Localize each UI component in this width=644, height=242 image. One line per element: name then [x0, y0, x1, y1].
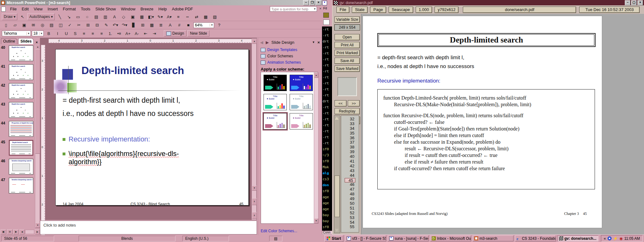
slide-canvas[interactable]: Depth-limited search = depth-first searc…	[55, 49, 249, 205]
page-number-item[interactable]: 48	[344, 192, 356, 197]
page-number-item[interactable]: 54	[344, 220, 356, 225]
slide-sorter-view-button[interactable]: ⊞	[7, 229, 13, 234]
gv-1000-button[interactable]: 1.000	[416, 7, 432, 13]
taskpane-link-design-templates[interactable]: Design Templates	[261, 47, 301, 53]
numbering-icon[interactable]: 1.	[106, 30, 114, 37]
scroll-up-icon[interactable]: ▲	[252, 39, 257, 44]
paste-icon[interactable]: ⊟	[93, 22, 101, 29]
edit-color-schemes-link[interactable]: Edit Color Schemes...	[261, 229, 297, 233]
taskpane-menu-icon[interactable]: ▼	[312, 41, 315, 44]
decrease-font-icon[interactable]: A-	[133, 30, 141, 37]
xterm-window[interactable]: -rt-rtdrt-rt-rt-rt-rt-rt-rt-rt-rt-rtdrt-…	[322, 26, 332, 231]
new-slide-button[interactable]: New Slide	[187, 30, 209, 37]
clip-art-icon[interactable]: ▣	[129, 13, 137, 20]
scroll-up-icon[interactable]: ▲	[35, 44, 40, 49]
taskpane-link-color-schemes[interactable]: Color Schemes	[261, 53, 301, 59]
document-close-icon[interactable]: ×	[319, 7, 321, 10]
taskbar-button[interactable]: Inbox - Microsoft Out...	[430, 235, 471, 241]
help-icon[interactable]: ?	[215, 22, 223, 29]
taskpane-close-icon[interactable]: ×	[317, 40, 320, 45]
oval-icon[interactable]: ○	[83, 13, 91, 20]
tray-magnifier-icon[interactable]: ◉	[619, 236, 623, 241]
slide-thumbnail[interactable]: Iterative deepening search	[9, 159, 33, 175]
bullet-item-1[interactable]: Recursive implementation:	[63, 135, 150, 143]
scroll-up-icon[interactable]	[335, 117, 339, 120]
diagram-icon[interactable]: ◇	[119, 13, 128, 20]
help-search-input[interactable]: Type a question for help ▼	[270, 6, 317, 12]
threed-style-icon[interactable]: ▧	[211, 13, 219, 20]
slide-body-text[interactable]: = depth-first search with depth limit l,…	[63, 94, 194, 120]
pdf-page[interactable]: Depth-limited search = depth-first searc…	[363, 16, 602, 228]
thumbnail-scrollbar[interactable]: ▲ ▼	[35, 44, 40, 228]
insert-table-icon[interactable]: ⊞	[139, 22, 147, 29]
hscroll-track[interactable]	[25, 230, 34, 234]
slide-thumbnail[interactable]: Depth-first search	[9, 83, 33, 99]
align-left-icon[interactable]: ≡	[80, 30, 88, 37]
increase-indent-icon[interactable]: ⇥	[150, 30, 158, 37]
page-number-item[interactable]: 53	[344, 216, 356, 220]
previous-slide-button[interactable]: ⇞	[252, 198, 257, 205]
fill-color-icon[interactable]: ◧▾	[147, 13, 155, 20]
menu-file[interactable]: File	[8, 6, 19, 12]
mail-icon[interactable]: ✉	[29, 22, 37, 29]
draw-menu-button[interactable]: Draw ▾	[2, 13, 17, 20]
menu-insert[interactable]: Insert	[45, 6, 60, 12]
minimize-button[interactable]: –	[303, 0, 309, 5]
open-button[interactable]: Open	[335, 34, 360, 40]
gv-seascape-button[interactable]: Seascape	[389, 7, 413, 13]
page-number-item[interactable]: 51	[344, 206, 356, 211]
color-bw-icon[interactable]: ■	[184, 22, 192, 29]
next-page-button[interactable]: >>	[348, 100, 360, 107]
page-number-item[interactable]: 52	[344, 211, 356, 216]
variable-size-button[interactable]: Variable Size	[335, 16, 360, 23]
slide-thumbnail[interactable]: Depth-first search	[9, 102, 33, 118]
page-number-item[interactable]: 34	[344, 126, 356, 131]
copy-icon[interactable]: ⊞	[84, 22, 92, 29]
save-icon[interactable]	[323, 13, 329, 18]
background-file-menu[interactable]: Fil	[323, 6, 327, 10]
restore-button[interactable]: ❐	[309, 0, 315, 5]
slide-thumbnail[interactable]: Depth-first search	[9, 45, 33, 61]
grid-icon[interactable]: #	[175, 22, 183, 29]
rectangle-icon[interactable]: ▭	[74, 13, 82, 20]
page-number-item[interactable]: 40	[344, 154, 356, 159]
print-all-button[interactable]: Print All	[335, 42, 360, 48]
font-size-combo[interactable]: 18▼	[32, 31, 44, 36]
gv-y792x612-button[interactable]: y792x612	[435, 7, 458, 13]
scroll-down-icon[interactable]: ▼	[252, 186, 257, 191]
color-scheme-option[interactable]: Title Bullet	[290, 113, 313, 130]
shadow-icon[interactable]: S	[71, 30, 79, 37]
page-number-item[interactable]: 41	[344, 159, 356, 164]
scroll-down-icon[interactable]: ▼	[314, 218, 318, 223]
align-right-icon[interactable]: ≡	[97, 30, 106, 37]
maximize-button[interactable]: ▢	[631, 0, 637, 5]
hscroll-left-icon[interactable]: ◀	[19, 229, 25, 234]
expand-all-icon[interactable]: ≣	[157, 22, 165, 29]
tables-borders-icon[interactable]: ▦	[148, 22, 156, 29]
insert-chart-icon[interactable]: ▊	[130, 22, 138, 29]
redo-icon[interactable]: ↷▾	[120, 22, 129, 29]
back-arrow-icon[interactable]: ◀	[260, 40, 263, 45]
print-preview-icon[interactable]: ◫	[57, 22, 65, 29]
print-icon[interactable]: ▤	[47, 22, 56, 29]
bullets-icon[interactable]: •≡	[115, 30, 123, 37]
page-number-item[interactable]: 33	[344, 122, 356, 126]
page-number-item[interactable]: 44	[344, 173, 356, 178]
color-scheme-option[interactable]: Title Bullet	[290, 75, 313, 91]
align-center-icon[interactable]: ≡	[89, 30, 97, 37]
format-painter-icon[interactable]: ✎	[102, 22, 110, 29]
undo-icon[interactable]: ↶▾	[111, 22, 119, 29]
minimize-button[interactable]: –	[625, 0, 630, 5]
bold-icon[interactable]: B	[45, 30, 53, 37]
dash-style-icon[interactable]: ┅	[183, 13, 192, 20]
color-scheme-option[interactable]: Title Bullet	[264, 94, 287, 110]
page-number-item[interactable]: 55	[344, 225, 356, 229]
page-number-item[interactable]: 45	[345, 178, 355, 183]
menu-breeze[interactable]: Breeze	[138, 6, 156, 12]
search-icon[interactable]: ◎	[38, 22, 47, 29]
taskbar-button[interactable]: m3-search	[473, 235, 514, 241]
text-box-icon[interactable]: ▤	[92, 13, 100, 20]
italic-icon[interactable]: I	[53, 30, 62, 37]
taskbar-button[interactable]: suna - [suna] - F-Sec...	[388, 235, 429, 241]
slide-thumbnail[interactable]: Properties of depth-first search	[9, 121, 33, 137]
